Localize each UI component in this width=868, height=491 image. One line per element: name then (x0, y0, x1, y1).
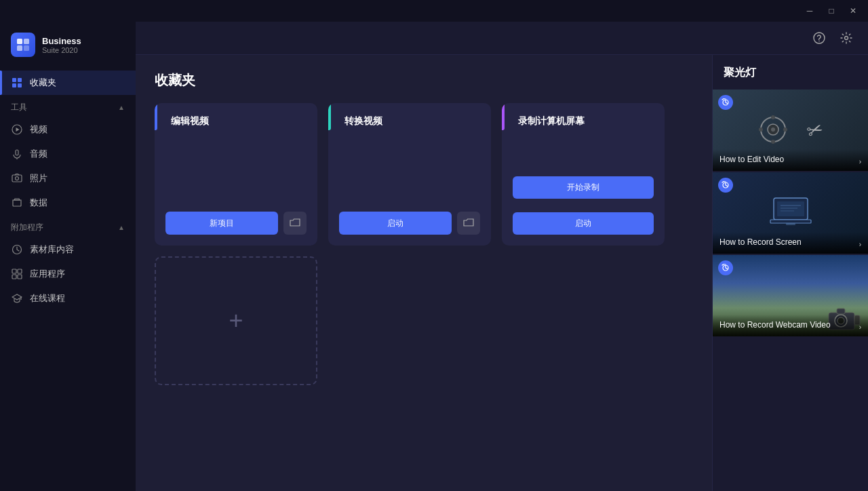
sidebar-item-audio-label: 音频 (30, 148, 47, 160)
svg-rect-10 (16, 150, 18, 155)
courses-icon (11, 292, 23, 305)
sidebar-item-favorites[interactable]: 收藏夹 (0, 71, 136, 95)
card-convert-video: 转换视频 启动 (328, 103, 491, 246)
svg-point-28 (759, 127, 763, 132)
card-title-edit: 编辑视频 (171, 115, 307, 127)
spotlight-label-edit: How to Edit Video (719, 155, 784, 165)
data-icon (11, 197, 23, 209)
logo-area: Business Suite 2020 (0, 22, 136, 71)
svg-rect-2 (17, 45, 22, 51)
close-button[interactable]: ✕ (844, 4, 863, 18)
spotlight-card-edit[interactable]: ✂ How to Edit Video › (713, 90, 868, 171)
svg-point-21 (818, 41, 820, 42)
header-toolbar (136, 22, 868, 55)
card-title-convert: 转换视频 (344, 115, 480, 127)
sidebar-item-apps-label: 应用程序 (30, 268, 65, 280)
spotlight-panel: 聚光灯 (712, 55, 868, 491)
svg-point-25 (771, 127, 775, 132)
card-accent-convert (328, 103, 331, 130)
svg-rect-35 (770, 220, 811, 223)
video-icon (11, 123, 23, 136)
maximize-button[interactable]: □ (822, 4, 841, 18)
spotlight-badge-edit (718, 95, 733, 110)
spotlight-card-webcam[interactable]: How to Record Webcam Video › (713, 255, 868, 336)
sidebar-item-courses-label: 在线课程 (30, 292, 65, 305)
sidebar-item-assets[interactable]: 素材库内容 (0, 237, 136, 262)
apps-icon (11, 268, 23, 280)
svg-marker-9 (16, 127, 20, 132)
settings-button[interactable] (835, 27, 857, 49)
card-accent-edit (155, 103, 157, 130)
svg-rect-16 (18, 269, 22, 273)
spotlight-card-record[interactable]: How to Record Screen › (713, 172, 868, 254)
open-folder-button-convert[interactable] (457, 212, 480, 235)
svg-rect-3 (24, 45, 29, 51)
start-recording-button[interactable]: 开始录制 (513, 176, 654, 199)
favorites-icon (11, 77, 23, 89)
svg-point-29 (783, 127, 787, 132)
spotlight-label-record: How to Record Screen (719, 237, 802, 248)
spotlight-overlay-edit: How to Edit Video › (713, 149, 868, 171)
sidebar-item-apps[interactable]: 应用程序 (0, 262, 136, 286)
tools-section-header[interactable]: 工具 ▲ (0, 95, 136, 117)
card-buttons-convert: 启动 (339, 212, 480, 235)
photo-icon (11, 172, 23, 184)
spotlight-arrow-record: › (859, 241, 861, 248)
svg-rect-5 (18, 78, 22, 82)
spotlight-arrow-edit: › (859, 158, 861, 165)
spotlight-arrow-webcam: › (859, 323, 861, 331)
section-title: 收藏夹 (155, 71, 693, 90)
sidebar-item-data-label: 数据 (30, 197, 47, 209)
minimize-button[interactable]: ─ (800, 4, 819, 18)
new-project-button[interactable]: 新项目 (165, 212, 278, 235)
launch-button-record[interactable]: 启动 (513, 212, 654, 235)
logo-icon (11, 33, 35, 57)
sidebar-item-courses[interactable]: 在线课程 (0, 286, 136, 311)
sidebar-item-photo-label: 照片 (30, 172, 47, 184)
tools-section-label: 工具 (11, 102, 27, 113)
svg-rect-40 (837, 309, 845, 314)
center-panel: 收藏夹 编辑视频 新项目 (136, 55, 712, 491)
spotlight-overlay-webcam: How to Record Webcam Video › (713, 315, 868, 336)
sidebar-item-data[interactable]: 数据 (0, 191, 136, 215)
spotlight-overlay-record: How to Record Screen › (713, 232, 868, 254)
sidebar-item-photo[interactable]: 照片 (0, 166, 136, 191)
addons-section-label: 附加程序 (11, 222, 43, 233)
sidebar-item-audio[interactable]: 音频 (0, 142, 136, 166)
sidebar: Business Suite 2020 收藏夹 工具 ▲ (0, 22, 136, 491)
sidebar-item-video-label: 视频 (30, 123, 47, 136)
svg-rect-7 (18, 83, 22, 87)
main-content: 收藏夹 编辑视频 新项目 (136, 22, 868, 491)
tools-chevron-icon: ▲ (118, 104, 125, 111)
spotlight-badge-webcam (718, 260, 733, 275)
svg-rect-15 (12, 269, 16, 273)
cards-grid: 编辑视频 新项目 (155, 103, 693, 385)
svg-rect-17 (12, 275, 16, 279)
card-accent-record (502, 103, 505, 130)
logo-text: Business Suite 2020 (42, 36, 81, 54)
titlebar: ─ □ ✕ (0, 0, 868, 22)
logo-subtitle: Suite 2020 (42, 46, 81, 54)
svg-rect-6 (12, 83, 16, 87)
add-icon: + (229, 307, 243, 335)
spotlight-label-webcam: How to Record Webcam Video (719, 320, 831, 331)
sidebar-item-favorites-label: 收藏夹 (30, 77, 56, 89)
card-record-screen: 录制计算机屏幕 开始录制 启动 (502, 103, 665, 246)
spotlight-title: 聚光灯 (713, 66, 868, 90)
open-folder-button-edit[interactable] (283, 212, 307, 235)
svg-point-27 (771, 140, 775, 144)
add-card-button[interactable]: + (155, 256, 317, 385)
assets-icon (11, 243, 23, 256)
svg-point-22 (845, 37, 848, 40)
svg-rect-0 (17, 39, 22, 44)
titlebar-controls: ─ □ ✕ (800, 4, 863, 18)
help-button[interactable] (808, 27, 830, 49)
svg-rect-12 (12, 175, 22, 182)
card-buttons-edit: 新项目 (165, 212, 307, 235)
launch-button-convert[interactable]: 启动 (339, 212, 452, 235)
svg-rect-36 (786, 223, 795, 225)
sidebar-item-video[interactable]: 视频 (0, 117, 136, 142)
addons-section-header[interactable]: 附加程序 ▲ (0, 215, 136, 237)
svg-rect-4 (12, 78, 16, 82)
svg-point-13 (16, 177, 19, 180)
